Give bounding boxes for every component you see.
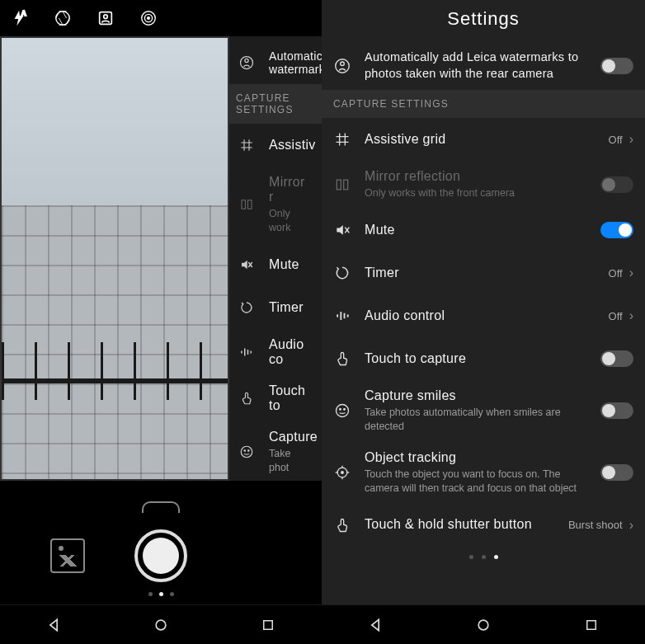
svg-point-1	[56, 12, 70, 26]
setting-mirror-reflection: Mirror reflectionOnly works with the fro…	[322, 161, 645, 209]
svg-point-25	[156, 620, 166, 630]
smile-icon	[332, 402, 353, 419]
nav-back-button[interactable]	[31, 617, 77, 633]
mute-icon	[332, 222, 353, 238]
settings-screen: Settings Automatically add Leica waterma…	[322, 0, 645, 644]
setting-timer[interactable]: Timer Off›	[322, 251, 645, 294]
nav-home-button[interactable]	[138, 617, 184, 633]
page-indicator-left	[148, 592, 174, 596]
gallery-button[interactable]	[50, 538, 85, 573]
svg-point-37	[337, 405, 349, 417]
camera-bottom-controls	[0, 481, 322, 604]
nav-back-button[interactable]	[352, 617, 398, 633]
setting-capture-smiles[interactable]: Capture smilesTake photos automatically …	[322, 380, 645, 442]
portrait-mode-icon[interactable]	[96, 8, 115, 28]
setting-audio-control[interactable]: Audio control Off›	[322, 294, 645, 337]
setting-touch-capture-toggle[interactable]	[600, 350, 633, 367]
watermark-icon	[332, 57, 353, 75]
touch-icon	[332, 350, 353, 367]
chevron-right-icon: ›	[629, 518, 633, 533]
audio-icon	[332, 308, 353, 324]
android-navbar-right	[322, 604, 645, 644]
camera-viewfinder-area: Automatic watermark CAPTURE SETTINGS Ass…	[0, 36, 322, 481]
setting-watermark-toggle[interactable]	[600, 58, 633, 74]
svg-rect-26	[264, 620, 273, 629]
mirror-icon	[332, 176, 353, 193]
svg-rect-30	[344, 180, 348, 190]
nav-recent-button[interactable]	[568, 618, 614, 632]
setting-assistive-grid[interactable]: Assistive grid Off›	[322, 118, 645, 161]
aperture-icon[interactable]	[53, 8, 73, 28]
svg-text:A: A	[21, 10, 26, 17]
android-navbar-left	[0, 604, 322, 644]
setting-mute-toggle[interactable]	[600, 222, 633, 238]
grid-icon	[332, 131, 353, 148]
camera-screen: A	[0, 0, 322, 644]
svg-point-3	[104, 15, 108, 19]
timer-icon	[332, 265, 353, 281]
setting-touch-hold-shutter[interactable]: Touch & hold shutter button Burst shoot›	[322, 504, 645, 547]
svg-rect-47	[586, 620, 596, 629]
svg-point-39	[344, 409, 346, 411]
target-icon	[332, 464, 353, 481]
setting-watermark-label: Automatically add Leica watermarks to ph…	[365, 49, 589, 82]
svg-point-28	[341, 62, 345, 66]
chevron-right-icon: ›	[629, 132, 633, 147]
setting-capture-smiles-toggle[interactable]	[600, 402, 633, 419]
chevron-right-icon: ›	[629, 266, 633, 280]
flash-auto-icon[interactable]: A	[10, 8, 30, 28]
settings-list[interactable]: Automatically add Leica watermarks to ph…	[322, 41, 645, 604]
nav-recent-button[interactable]	[245, 618, 291, 632]
chevron-right-icon: ›	[629, 308, 633, 323]
svg-point-45	[341, 472, 344, 474]
nav-home-button[interactable]	[460, 617, 506, 633]
setting-mirror-toggle	[600, 176, 633, 193]
setting-object-tracking-toggle[interactable]	[600, 464, 633, 481]
section-capture-settings: CAPTURE SETTINGS	[322, 90, 645, 118]
setting-watermark[interactable]: Automatically add Leica watermarks to ph…	[322, 41, 645, 90]
effects-icon[interactable]	[139, 8, 158, 28]
touch-hold-icon	[332, 517, 353, 534]
settings-title: Settings	[322, 0, 645, 41]
camera-top-toolbar: A	[0, 0, 322, 36]
svg-point-6	[148, 17, 150, 20]
setting-mute[interactable]: Mute	[322, 209, 645, 251]
svg-point-38	[340, 409, 341, 411]
svg-rect-29	[337, 180, 341, 190]
page-indicator-right	[322, 547, 645, 562]
camera-viewfinder[interactable]	[0, 36, 229, 481]
settings-peek-overlay	[229, 36, 322, 481]
svg-point-46	[478, 620, 488, 630]
setting-object-tracking[interactable]: Object trackingTouch the object you want…	[322, 442, 645, 504]
setting-touch-to-capture[interactable]: Touch to capture	[322, 337, 645, 380]
mode-drawer-handle[interactable]	[142, 501, 180, 513]
shutter-button[interactable]	[134, 529, 187, 582]
